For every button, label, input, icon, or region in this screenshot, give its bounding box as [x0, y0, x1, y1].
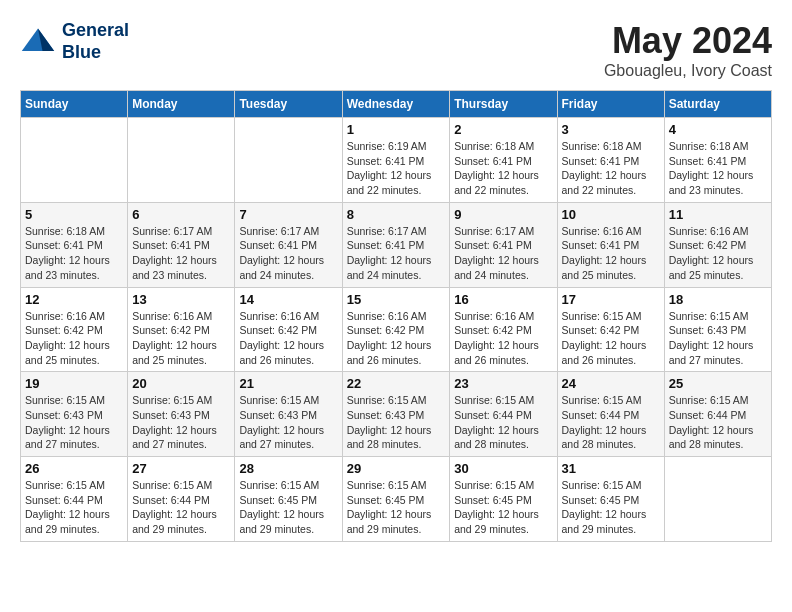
calendar-cell: 16Sunrise: 6:16 AMSunset: 6:42 PMDayligh… [450, 287, 557, 372]
weekday-tuesday: Tuesday [235, 91, 342, 118]
calendar-cell: 3Sunrise: 6:18 AMSunset: 6:41 PMDaylight… [557, 118, 664, 203]
day-info: Sunrise: 6:16 AMSunset: 6:42 PMDaylight:… [454, 309, 552, 368]
calendar-cell [128, 118, 235, 203]
logo-icon [20, 24, 56, 60]
day-info: Sunrise: 6:15 AMSunset: 6:43 PMDaylight:… [347, 393, 446, 452]
calendar-cell: 30Sunrise: 6:15 AMSunset: 6:45 PMDayligh… [450, 457, 557, 542]
day-number: 10 [562, 207, 660, 222]
title-block: May 2024 Gbouagleu, Ivory Coast [604, 20, 772, 80]
day-number: 4 [669, 122, 767, 137]
calendar-week-3: 12Sunrise: 6:16 AMSunset: 6:42 PMDayligh… [21, 287, 772, 372]
weekday-monday: Monday [128, 91, 235, 118]
day-info: Sunrise: 6:18 AMSunset: 6:41 PMDaylight:… [562, 139, 660, 198]
calendar-cell: 10Sunrise: 6:16 AMSunset: 6:41 PMDayligh… [557, 202, 664, 287]
calendar-cell [235, 118, 342, 203]
day-info: Sunrise: 6:15 AMSunset: 6:45 PMDaylight:… [454, 478, 552, 537]
day-info: Sunrise: 6:17 AMSunset: 6:41 PMDaylight:… [239, 224, 337, 283]
calendar-cell: 12Sunrise: 6:16 AMSunset: 6:42 PMDayligh… [21, 287, 128, 372]
day-info: Sunrise: 6:15 AMSunset: 6:45 PMDaylight:… [239, 478, 337, 537]
weekday-header-row: SundayMondayTuesdayWednesdayThursdayFrid… [21, 91, 772, 118]
day-number: 16 [454, 292, 552, 307]
day-number: 22 [347, 376, 446, 391]
calendar-week-1: 1Sunrise: 6:19 AMSunset: 6:41 PMDaylight… [21, 118, 772, 203]
calendar-cell: 11Sunrise: 6:16 AMSunset: 6:42 PMDayligh… [664, 202, 771, 287]
day-number: 30 [454, 461, 552, 476]
day-number: 14 [239, 292, 337, 307]
calendar-cell: 21Sunrise: 6:15 AMSunset: 6:43 PMDayligh… [235, 372, 342, 457]
calendar-week-5: 26Sunrise: 6:15 AMSunset: 6:44 PMDayligh… [21, 457, 772, 542]
calendar-cell: 8Sunrise: 6:17 AMSunset: 6:41 PMDaylight… [342, 202, 450, 287]
calendar-cell: 4Sunrise: 6:18 AMSunset: 6:41 PMDaylight… [664, 118, 771, 203]
day-info: Sunrise: 6:15 AMSunset: 6:44 PMDaylight:… [454, 393, 552, 452]
month-title: May 2024 [604, 20, 772, 62]
calendar-cell: 14Sunrise: 6:16 AMSunset: 6:42 PMDayligh… [235, 287, 342, 372]
day-number: 20 [132, 376, 230, 391]
day-number: 3 [562, 122, 660, 137]
day-info: Sunrise: 6:15 AMSunset: 6:43 PMDaylight:… [25, 393, 123, 452]
day-number: 26 [25, 461, 123, 476]
calendar-cell: 27Sunrise: 6:15 AMSunset: 6:44 PMDayligh… [128, 457, 235, 542]
day-info: Sunrise: 6:15 AMSunset: 6:43 PMDaylight:… [132, 393, 230, 452]
day-number: 9 [454, 207, 552, 222]
day-number: 19 [25, 376, 123, 391]
day-info: Sunrise: 6:15 AMSunset: 6:44 PMDaylight:… [132, 478, 230, 537]
day-info: Sunrise: 6:15 AMSunset: 6:42 PMDaylight:… [562, 309, 660, 368]
logo: General Blue [20, 20, 129, 63]
day-number: 31 [562, 461, 660, 476]
day-info: Sunrise: 6:16 AMSunset: 6:42 PMDaylight:… [25, 309, 123, 368]
weekday-wednesday: Wednesday [342, 91, 450, 118]
day-number: 1 [347, 122, 446, 137]
weekday-sunday: Sunday [21, 91, 128, 118]
day-info: Sunrise: 6:16 AMSunset: 6:41 PMDaylight:… [562, 224, 660, 283]
weekday-friday: Friday [557, 91, 664, 118]
day-number: 29 [347, 461, 446, 476]
calendar-cell: 1Sunrise: 6:19 AMSunset: 6:41 PMDaylight… [342, 118, 450, 203]
day-info: Sunrise: 6:18 AMSunset: 6:41 PMDaylight:… [454, 139, 552, 198]
day-info: Sunrise: 6:15 AMSunset: 6:43 PMDaylight:… [239, 393, 337, 452]
day-number: 12 [25, 292, 123, 307]
calendar-cell: 9Sunrise: 6:17 AMSunset: 6:41 PMDaylight… [450, 202, 557, 287]
day-info: Sunrise: 6:15 AMSunset: 6:44 PMDaylight:… [562, 393, 660, 452]
day-number: 27 [132, 461, 230, 476]
calendar-cell: 24Sunrise: 6:15 AMSunset: 6:44 PMDayligh… [557, 372, 664, 457]
day-info: Sunrise: 6:15 AMSunset: 6:44 PMDaylight:… [25, 478, 123, 537]
day-number: 13 [132, 292, 230, 307]
day-number: 21 [239, 376, 337, 391]
day-info: Sunrise: 6:17 AMSunset: 6:41 PMDaylight:… [132, 224, 230, 283]
day-info: Sunrise: 6:16 AMSunset: 6:42 PMDaylight:… [132, 309, 230, 368]
day-number: 6 [132, 207, 230, 222]
day-info: Sunrise: 6:15 AMSunset: 6:45 PMDaylight:… [347, 478, 446, 537]
day-info: Sunrise: 6:15 AMSunset: 6:45 PMDaylight:… [562, 478, 660, 537]
day-number: 17 [562, 292, 660, 307]
calendar-cell: 28Sunrise: 6:15 AMSunset: 6:45 PMDayligh… [235, 457, 342, 542]
day-number: 24 [562, 376, 660, 391]
weekday-saturday: Saturday [664, 91, 771, 118]
weekday-thursday: Thursday [450, 91, 557, 118]
calendar-cell: 6Sunrise: 6:17 AMSunset: 6:41 PMDaylight… [128, 202, 235, 287]
calendar-cell: 5Sunrise: 6:18 AMSunset: 6:41 PMDaylight… [21, 202, 128, 287]
day-info: Sunrise: 6:17 AMSunset: 6:41 PMDaylight:… [454, 224, 552, 283]
calendar-week-4: 19Sunrise: 6:15 AMSunset: 6:43 PMDayligh… [21, 372, 772, 457]
calendar-cell: 25Sunrise: 6:15 AMSunset: 6:44 PMDayligh… [664, 372, 771, 457]
day-info: Sunrise: 6:16 AMSunset: 6:42 PMDaylight:… [347, 309, 446, 368]
calendar-week-2: 5Sunrise: 6:18 AMSunset: 6:41 PMDaylight… [21, 202, 772, 287]
day-number: 8 [347, 207, 446, 222]
calendar-cell: 23Sunrise: 6:15 AMSunset: 6:44 PMDayligh… [450, 372, 557, 457]
calendar-cell: 31Sunrise: 6:15 AMSunset: 6:45 PMDayligh… [557, 457, 664, 542]
day-info: Sunrise: 6:15 AMSunset: 6:44 PMDaylight:… [669, 393, 767, 452]
calendar-cell: 29Sunrise: 6:15 AMSunset: 6:45 PMDayligh… [342, 457, 450, 542]
day-info: Sunrise: 6:19 AMSunset: 6:41 PMDaylight:… [347, 139, 446, 198]
calendar-cell: 17Sunrise: 6:15 AMSunset: 6:42 PMDayligh… [557, 287, 664, 372]
day-number: 23 [454, 376, 552, 391]
day-info: Sunrise: 6:16 AMSunset: 6:42 PMDaylight:… [239, 309, 337, 368]
day-number: 7 [239, 207, 337, 222]
day-number: 2 [454, 122, 552, 137]
day-number: 11 [669, 207, 767, 222]
calendar-cell: 7Sunrise: 6:17 AMSunset: 6:41 PMDaylight… [235, 202, 342, 287]
calendar-table: SundayMondayTuesdayWednesdayThursdayFrid… [20, 90, 772, 542]
day-info: Sunrise: 6:17 AMSunset: 6:41 PMDaylight:… [347, 224, 446, 283]
calendar-cell [664, 457, 771, 542]
day-number: 25 [669, 376, 767, 391]
day-info: Sunrise: 6:18 AMSunset: 6:41 PMDaylight:… [669, 139, 767, 198]
calendar-cell: 15Sunrise: 6:16 AMSunset: 6:42 PMDayligh… [342, 287, 450, 372]
